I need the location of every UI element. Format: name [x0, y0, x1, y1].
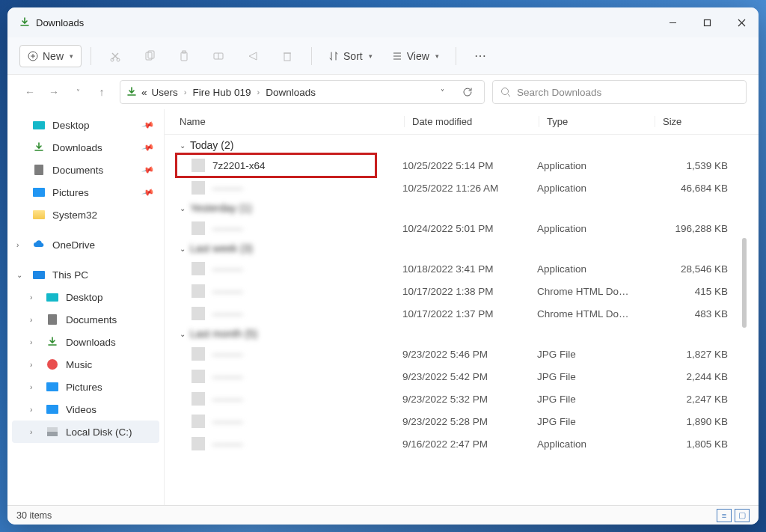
- file-date: 10/17/2022 1:38 PM: [402, 286, 537, 297]
- file-row[interactable]: ———9/23/2022 5:32 PMJPG File2,247 KB: [165, 388, 759, 410]
- recent-button[interactable]: ˅: [67, 82, 88, 103]
- file-row[interactable]: ———10/17/2022 1:38 PMChrome HTML Do…415 …: [165, 280, 759, 302]
- search-box[interactable]: Search Downloads: [492, 80, 747, 104]
- minimize-button[interactable]: [655, 7, 690, 37]
- sidebar-label: Downloads: [52, 142, 102, 153]
- sidebar-item[interactable]: ›Desktop: [7, 286, 164, 308]
- svg-rect-1: [704, 19, 710, 25]
- large-icons-view-button[interactable]: ▢: [735, 509, 750, 522]
- file-rows: ⌄Today (2)7z2201-x6410/25/2022 5:14 PMAp…: [165, 135, 759, 505]
- cut-button[interactable]: [100, 43, 130, 70]
- file-date: 10/24/2022 5:01 PM: [402, 223, 537, 234]
- file-size: 1,539 KB: [653, 160, 728, 171]
- breadcrumb[interactable]: Users: [152, 87, 178, 98]
- file-row[interactable]: ———10/17/2022 1:37 PMChrome HTML Do…483 …: [165, 302, 759, 325]
- nav-arrows: ← → ˅ ↑: [19, 82, 112, 103]
- file-name: 7z2201-x64: [212, 160, 402, 171]
- file-row[interactable]: ———10/25/2022 11:26 AMApplication46,684 …: [165, 177, 759, 199]
- svg-rect-19: [47, 427, 58, 432]
- group-label: Last week (3): [190, 242, 253, 254]
- close-button[interactable]: [724, 7, 759, 37]
- column-name[interactable]: Name: [180, 116, 404, 127]
- sidebar-item[interactable]: ›Pictures: [7, 376, 164, 398]
- chevron-down-icon: ⌄: [180, 204, 186, 213]
- share-button[interactable]: [238, 43, 268, 70]
- maximize-button[interactable]: [690, 7, 724, 37]
- file-type: JPG File: [537, 394, 653, 405]
- title-bar: Downloads: [7, 7, 759, 37]
- sidebar-item[interactable]: ›Local Disk (C:): [12, 421, 159, 443]
- breadcrumb[interactable]: Downloads: [266, 87, 316, 98]
- more-button[interactable]: ⋯: [465, 43, 495, 70]
- file-row[interactable]: ———10/24/2022 5:01 PMApplication196,288 …: [165, 217, 759, 239]
- file-name: ———: [212, 371, 402, 382]
- disk-icon: [46, 426, 58, 438]
- forward-button[interactable]: →: [43, 82, 64, 103]
- separator: [311, 47, 312, 65]
- delete-button[interactable]: [272, 43, 302, 70]
- scrollbar[interactable]: [742, 238, 747, 328]
- address-bar[interactable]: « Users › Fire Hub 019 › Downloads ˅: [120, 80, 485, 104]
- sort-button[interactable]: Sort ▾: [321, 46, 380, 67]
- chevron-right-icon: ›: [30, 338, 32, 346]
- sidebar-item[interactable]: ›Documents: [7, 308, 164, 331]
- file-date: 9/23/2022 5:28 PM: [402, 416, 537, 427]
- file-row[interactable]: 7z2201-x6410/25/2022 5:14 PMApplication1…: [165, 154, 759, 177]
- group-header[interactable]: ⌄Today (2): [165, 136, 759, 154]
- group-header[interactable]: ⌄Last week (3): [165, 239, 759, 257]
- breadcrumb[interactable]: Fire Hub 019: [192, 87, 251, 98]
- file-size: 483 KB: [653, 308, 728, 319]
- sidebar-label: Music: [66, 359, 92, 370]
- sidebar-item[interactable]: ›Music: [7, 353, 164, 376]
- file-icon: [192, 307, 205, 320]
- file-size: 46,684 KB: [653, 183, 728, 194]
- refresh-button[interactable]: [457, 87, 478, 97]
- file-size: 1,827 KB: [653, 349, 728, 360]
- rename-button[interactable]: [203, 43, 233, 70]
- paste-button[interactable]: [169, 43, 199, 70]
- file-name: ———: [212, 394, 402, 405]
- new-button[interactable]: New ▾: [19, 45, 82, 67]
- group-header[interactable]: ⌄Yesterday (1): [165, 199, 759, 217]
- file-name: ———: [212, 183, 402, 194]
- up-button[interactable]: ↑: [91, 82, 112, 103]
- file-icon: [192, 437, 205, 450]
- pin-icon: 📌: [141, 141, 156, 154]
- sidebar-item-onedrive[interactable]: ›OneDrive: [7, 233, 164, 256]
- sidebar-label: Videos: [66, 404, 96, 415]
- search-icon: [500, 87, 511, 97]
- column-size[interactable]: Size: [655, 116, 737, 127]
- sidebar-label: OneDrive: [52, 239, 95, 251]
- sidebar-item[interactable]: Pictures📌: [7, 181, 164, 204]
- sidebar-item[interactable]: Documents📌: [7, 159, 164, 181]
- chevron-right-icon: ›: [30, 293, 32, 302]
- column-date[interactable]: Date modified: [404, 116, 539, 127]
- sidebar-item[interactable]: System32: [7, 204, 164, 226]
- sidebar-item[interactable]: ›Videos: [7, 398, 164, 421]
- file-date: 9/16/2022 2:47 PM: [402, 438, 537, 450]
- file-date: 10/25/2022 5:14 PM: [402, 160, 537, 171]
- group-header[interactable]: ⌄Last month (5): [165, 325, 759, 343]
- file-row[interactable]: ———9/23/2022 5:42 PMJPG File2,244 KB: [165, 365, 759, 388]
- column-type[interactable]: Type: [539, 116, 655, 127]
- body: Desktop📌Downloads📌Documents📌Pictures📌Sys…: [7, 109, 759, 505]
- sidebar-item[interactable]: Downloads📌: [7, 136, 164, 159]
- file-icon: [192, 284, 205, 298]
- new-label: New: [43, 50, 64, 62]
- details-view-button[interactable]: ≡: [717, 509, 732, 522]
- toolbar: New ▾ Sort ▾ View ▾ ⋯: [7, 37, 759, 75]
- file-date: 10/25/2022 11:26 AM: [402, 183, 537, 194]
- copy-button[interactable]: [135, 43, 165, 70]
- file-row[interactable]: ———9/23/2022 5:28 PMJPG File1,890 KB: [165, 410, 759, 432]
- search-placeholder: Search Downloads: [517, 87, 601, 98]
- file-row[interactable]: ———9/23/2022 5:46 PMJPG File1,827 KB: [165, 343, 759, 365]
- chevron-down-icon[interactable]: ˅: [432, 88, 453, 97]
- back-button[interactable]: ←: [19, 82, 40, 103]
- sidebar-item[interactable]: Desktop📌: [7, 114, 164, 136]
- file-row[interactable]: ———9/16/2022 2:47 PMApplication1,805 KB: [165, 432, 759, 455]
- sidebar-item[interactable]: ›Downloads: [7, 331, 164, 353]
- view-button[interactable]: View ▾: [384, 46, 447, 67]
- sidebar-item-thispc[interactable]: ⌄This PC: [7, 263, 164, 286]
- file-row[interactable]: ———10/18/2022 3:41 PMApplication28,546 K…: [165, 257, 759, 280]
- file-size: 1,805 KB: [653, 438, 728, 450]
